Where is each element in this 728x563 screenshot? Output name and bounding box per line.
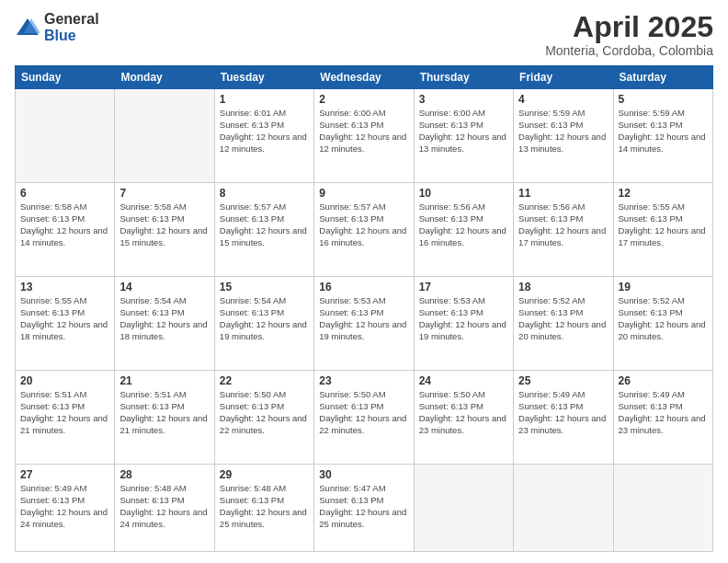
day-number: 5	[619, 93, 708, 106]
day-info: Sunrise: 6:00 AM Sunset: 6:13 PM Dayligh…	[419, 108, 508, 155]
day-number: 19	[619, 281, 708, 293]
day-info: Sunrise: 5:53 AM Sunset: 6:13 PM Dayligh…	[419, 295, 508, 342]
table-row: 26Sunrise: 5:49 AM Sunset: 6:13 PM Dayli…	[613, 371, 712, 465]
day-info: Sunrise: 5:59 AM Sunset: 6:13 PM Dayligh…	[619, 108, 708, 155]
table-row: 12Sunrise: 5:55 AM Sunset: 6:13 PM Dayli…	[613, 183, 712, 277]
table-row: 21Sunrise: 5:51 AM Sunset: 6:13 PM Dayli…	[115, 371, 214, 465]
day-info: Sunrise: 5:53 AM Sunset: 6:13 PM Dayligh…	[319, 295, 408, 342]
day-number: 29	[220, 468, 309, 481]
day-info: Sunrise: 5:58 AM Sunset: 6:13 PM Dayligh…	[20, 201, 109, 248]
day-number: 15	[220, 281, 309, 293]
subtitle: Monteria, Cordoba, Colombia	[545, 43, 713, 58]
day-number: 16	[319, 281, 408, 293]
table-row	[613, 465, 712, 552]
header: General Blue April 2025 Monteria, Cordob…	[15, 11, 713, 58]
day-info: Sunrise: 5:50 AM Sunset: 6:13 PM Dayligh…	[220, 389, 309, 436]
day-info: Sunrise: 5:52 AM Sunset: 6:13 PM Dayligh…	[619, 295, 708, 342]
day-number: 24	[419, 374, 508, 387]
table-row	[414, 465, 513, 552]
day-info: Sunrise: 5:48 AM Sunset: 6:13 PM Dayligh…	[119, 483, 209, 530]
day-number: 21	[119, 374, 209, 387]
day-info: Sunrise: 6:00 AM Sunset: 6:13 PM Dayligh…	[319, 108, 408, 155]
col-sunday: Sunday	[16, 66, 115, 89]
logo-blue: Blue	[44, 28, 99, 44]
day-number: 26	[619, 374, 708, 387]
day-info: Sunrise: 5:51 AM Sunset: 6:13 PM Dayligh…	[20, 389, 109, 436]
day-number: 28	[119, 468, 209, 481]
day-info: Sunrise: 5:57 AM Sunset: 6:13 PM Dayligh…	[319, 201, 408, 248]
logo-general: General	[44, 11, 99, 28]
day-number: 9	[319, 187, 408, 200]
day-number: 14	[119, 281, 209, 293]
table-row: 13Sunrise: 5:55 AM Sunset: 6:13 PM Dayli…	[16, 277, 115, 371]
col-monday: Monday	[115, 66, 214, 89]
header-row: Sunday Monday Tuesday Wednesday Thursday…	[16, 66, 713, 89]
table-row: 4Sunrise: 5:59 AM Sunset: 6:13 PM Daylig…	[514, 89, 613, 183]
month-title: April 2025	[545, 11, 713, 43]
day-info: Sunrise: 5:55 AM Sunset: 6:13 PM Dayligh…	[20, 295, 109, 342]
logo-text: General Blue	[44, 11, 99, 43]
day-info: Sunrise: 5:54 AM Sunset: 6:13 PM Dayligh…	[220, 295, 309, 342]
day-number: 10	[419, 187, 508, 200]
day-number: 12	[619, 187, 708, 200]
day-number: 8	[220, 187, 309, 200]
table-row: 25Sunrise: 5:49 AM Sunset: 6:13 PM Dayli…	[514, 371, 613, 465]
table-row: 8Sunrise: 5:57 AM Sunset: 6:13 PM Daylig…	[214, 183, 313, 277]
col-friday: Friday	[514, 66, 613, 89]
table-row: 23Sunrise: 5:50 AM Sunset: 6:13 PM Dayli…	[314, 371, 414, 465]
day-info: Sunrise: 5:52 AM Sunset: 6:13 PM Dayligh…	[518, 295, 608, 342]
day-number: 13	[20, 281, 109, 293]
day-info: Sunrise: 5:49 AM Sunset: 6:13 PM Dayligh…	[20, 483, 109, 530]
day-info: Sunrise: 5:51 AM Sunset: 6:13 PM Dayligh…	[119, 389, 209, 436]
title-section: April 2025 Monteria, Cordoba, Colombia	[545, 11, 713, 58]
day-number: 1	[220, 93, 309, 106]
day-info: Sunrise: 5:56 AM Sunset: 6:13 PM Dayligh…	[518, 201, 608, 248]
day-info: Sunrise: 5:49 AM Sunset: 6:13 PM Dayligh…	[619, 389, 708, 436]
day-number: 27	[20, 468, 109, 481]
day-info: Sunrise: 5:54 AM Sunset: 6:13 PM Dayligh…	[119, 295, 209, 342]
table-row: 16Sunrise: 5:53 AM Sunset: 6:13 PM Dayli…	[314, 277, 414, 371]
day-info: Sunrise: 5:56 AM Sunset: 6:13 PM Dayligh…	[419, 201, 508, 248]
table-row: 7Sunrise: 5:58 AM Sunset: 6:13 PM Daylig…	[115, 183, 214, 277]
table-row	[16, 89, 115, 183]
day-number: 7	[119, 187, 209, 200]
table-row: 19Sunrise: 5:52 AM Sunset: 6:13 PM Dayli…	[613, 277, 712, 371]
table-row: 5Sunrise: 5:59 AM Sunset: 6:13 PM Daylig…	[613, 89, 712, 183]
table-row: 3Sunrise: 6:00 AM Sunset: 6:13 PM Daylig…	[414, 89, 513, 183]
day-number: 18	[518, 281, 608, 293]
table-row: 17Sunrise: 5:53 AM Sunset: 6:13 PM Dayli…	[414, 277, 513, 371]
day-info: Sunrise: 5:49 AM Sunset: 6:13 PM Dayligh…	[518, 389, 608, 436]
table-row: 29Sunrise: 5:48 AM Sunset: 6:13 PM Dayli…	[214, 465, 313, 552]
day-info: Sunrise: 5:58 AM Sunset: 6:13 PM Dayligh…	[119, 201, 209, 248]
logo: General Blue	[15, 11, 99, 43]
table-row: 27Sunrise: 5:49 AM Sunset: 6:13 PM Dayli…	[16, 465, 115, 552]
table-row: 28Sunrise: 5:48 AM Sunset: 6:13 PM Dayli…	[115, 465, 214, 552]
page: General Blue April 2025 Monteria, Cordob…	[0, 0, 728, 563]
table-row: 18Sunrise: 5:52 AM Sunset: 6:13 PM Dayli…	[514, 277, 613, 371]
table-row: 2Sunrise: 6:00 AM Sunset: 6:13 PM Daylig…	[314, 89, 414, 183]
table-row: 1Sunrise: 6:01 AM Sunset: 6:13 PM Daylig…	[214, 89, 313, 183]
logo-icon	[15, 15, 40, 40]
day-info: Sunrise: 6:01 AM Sunset: 6:13 PM Dayligh…	[220, 108, 309, 155]
table-row	[115, 89, 214, 183]
table-row: 6Sunrise: 5:58 AM Sunset: 6:13 PM Daylig…	[16, 183, 115, 277]
day-number: 3	[419, 93, 508, 106]
col-wednesday: Wednesday	[314, 66, 414, 89]
table-row: 11Sunrise: 5:56 AM Sunset: 6:13 PM Dayli…	[514, 183, 613, 277]
day-number: 17	[419, 281, 508, 293]
table-row	[514, 465, 613, 552]
table-row: 22Sunrise: 5:50 AM Sunset: 6:13 PM Dayli…	[214, 371, 313, 465]
col-saturday: Saturday	[613, 66, 712, 89]
col-thursday: Thursday	[414, 66, 513, 89]
day-number: 11	[518, 187, 608, 200]
day-info: Sunrise: 5:48 AM Sunset: 6:13 PM Dayligh…	[220, 483, 309, 530]
day-number: 20	[20, 374, 109, 387]
table-row: 20Sunrise: 5:51 AM Sunset: 6:13 PM Dayli…	[16, 371, 115, 465]
day-info: Sunrise: 5:50 AM Sunset: 6:13 PM Dayligh…	[419, 389, 508, 436]
day-info: Sunrise: 5:47 AM Sunset: 6:13 PM Dayligh…	[319, 483, 408, 530]
day-info: Sunrise: 5:50 AM Sunset: 6:13 PM Dayligh…	[319, 389, 408, 436]
day-info: Sunrise: 5:55 AM Sunset: 6:13 PM Dayligh…	[619, 201, 708, 248]
day-number: 6	[20, 187, 109, 200]
table-row: 10Sunrise: 5:56 AM Sunset: 6:13 PM Dayli…	[414, 183, 513, 277]
col-tuesday: Tuesday	[214, 66, 313, 89]
